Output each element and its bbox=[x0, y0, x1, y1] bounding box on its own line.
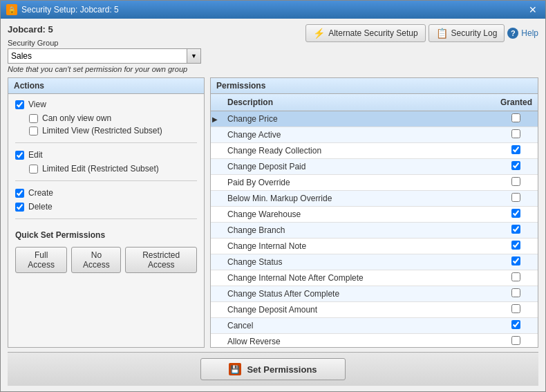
row-arrow-cell bbox=[211, 143, 222, 159]
security-group-dropdown-btn[interactable]: ▼ bbox=[187, 48, 201, 64]
row-arrow-cell bbox=[211, 318, 222, 334]
granted-checkbox[interactable] bbox=[511, 241, 520, 250]
table-row[interactable]: Change Status After Complete bbox=[211, 286, 538, 302]
granted-cell bbox=[495, 286, 538, 302]
description-cell: Change Deposit Amount bbox=[222, 302, 495, 318]
titlebar-left: 🔒 Security Setup: Jobcard: 5 bbox=[6, 4, 119, 15]
delete-checkbox-row: Delete bbox=[15, 202, 197, 212]
limited-view-checkbox[interactable] bbox=[29, 127, 38, 136]
quick-set-title: Quick Set Permissions bbox=[15, 230, 197, 240]
row-arrow-cell bbox=[211, 159, 222, 175]
granted-checkbox[interactable] bbox=[511, 225, 520, 234]
view-sub-checkboxes: Can only view own Limited View (Restrict… bbox=[29, 113, 197, 136]
granted-cell bbox=[495, 159, 538, 175]
bottom-bar: 💾 Set Permissions bbox=[8, 352, 538, 386]
permissions-table: Description Granted ▶Change PriceChange … bbox=[211, 94, 538, 347]
granted-checkbox[interactable] bbox=[511, 272, 520, 281]
view-checkbox-row: View bbox=[15, 100, 197, 109]
description-cell: Below Min. Markup Override bbox=[222, 191, 495, 207]
can-only-view-own-row: Can only view own bbox=[29, 113, 197, 123]
table-row[interactable]: ▶Change Price bbox=[211, 111, 538, 127]
help-button[interactable]: ? Help bbox=[507, 28, 538, 39]
row-arrow-cell bbox=[211, 334, 222, 348]
table-row[interactable]: Change Deposit Amount bbox=[211, 302, 538, 318]
row-arrow-cell bbox=[211, 302, 222, 318]
description-cell: Change Status bbox=[222, 254, 495, 270]
row-arrow-cell bbox=[211, 286, 222, 302]
table-row[interactable]: Change Internal Note bbox=[211, 239, 538, 254]
description-cell: Change Ready Collection bbox=[222, 143, 495, 159]
description-cell: Change Deposit Paid bbox=[222, 159, 495, 175]
toolbar-buttons: ⚡ Alternate Security Setup 📋 Security Lo… bbox=[305, 24, 538, 42]
granted-header: Granted bbox=[495, 94, 538, 111]
table-row[interactable]: Change Internal Note After Complete bbox=[211, 270, 538, 286]
granted-checkbox[interactable] bbox=[511, 145, 520, 154]
description-cell: Change Price bbox=[222, 111, 495, 127]
view-checkbox[interactable] bbox=[15, 100, 24, 109]
security-group-label: Security Group bbox=[8, 39, 201, 47]
limited-edit-checkbox[interactable] bbox=[29, 165, 38, 174]
granted-checkbox[interactable] bbox=[511, 288, 520, 297]
description-cell: Change Warehouse bbox=[222, 207, 495, 223]
divider-3 bbox=[15, 218, 197, 219]
table-row[interactable]: Below Min. Markup Override bbox=[211, 191, 538, 207]
table-row[interactable]: Change Active bbox=[211, 127, 538, 143]
alternate-security-label: Alternate Security Setup bbox=[328, 28, 417, 38]
help-label: Help bbox=[521, 28, 538, 38]
row-arrow-cell bbox=[211, 254, 222, 270]
delete-label: Delete bbox=[28, 202, 53, 212]
granted-checkbox[interactable] bbox=[511, 209, 520, 218]
table-row[interactable]: Change Branch bbox=[211, 223, 538, 239]
granted-checkbox[interactable] bbox=[511, 304, 520, 313]
no-access-button[interactable]: No Access bbox=[71, 247, 121, 273]
restricted-access-button[interactable]: Restricted Access bbox=[125, 247, 197, 273]
limited-edit-row: Limited Edit (Restricted Subset) bbox=[29, 164, 197, 174]
help-icon: ? bbox=[507, 28, 518, 39]
limited-view-label: Limited View (Restricted Subset) bbox=[42, 126, 162, 136]
granted-cell bbox=[495, 207, 538, 223]
table-row[interactable]: Allow Reverse bbox=[211, 334, 538, 348]
quick-set-buttons: Full Access No Access Restricted Access bbox=[15, 247, 197, 273]
main-window: 🔒 Security Setup: Jobcard: 5 ✕ Jobcard: … bbox=[0, 0, 546, 392]
table-row[interactable]: Paid By Override bbox=[211, 175, 538, 191]
table-row[interactable]: Change Ready Collection bbox=[211, 143, 538, 159]
table-row[interactable]: Cancel bbox=[211, 318, 538, 334]
granted-cell bbox=[495, 223, 538, 239]
granted-checkbox[interactable] bbox=[511, 177, 520, 186]
description-cell: Change Branch bbox=[222, 223, 495, 239]
help-section: ? Help bbox=[507, 24, 538, 42]
actions-panel: Actions View Can only view own bbox=[8, 77, 205, 348]
can-only-view-own-checkbox[interactable] bbox=[29, 114, 38, 123]
table-row[interactable]: Change Status bbox=[211, 254, 538, 270]
close-button[interactable]: ✕ bbox=[526, 4, 540, 15]
granted-checkbox[interactable] bbox=[511, 113, 520, 122]
table-row[interactable]: Change Warehouse bbox=[211, 207, 538, 223]
granted-checkbox[interactable] bbox=[511, 193, 520, 202]
alternate-security-button[interactable]: ⚡ Alternate Security Setup bbox=[305, 24, 425, 42]
security-log-button[interactable]: 📋 Security Log bbox=[429, 24, 505, 42]
granted-checkbox[interactable] bbox=[511, 129, 520, 138]
full-access-button[interactable]: Full Access bbox=[15, 247, 67, 273]
permissions-table-scroll[interactable]: Description Granted ▶Change PriceChange … bbox=[211, 94, 538, 347]
description-cell: Change Status After Complete bbox=[222, 286, 495, 302]
granted-checkbox[interactable] bbox=[511, 336, 520, 345]
granted-checkbox[interactable] bbox=[511, 256, 520, 265]
table-row[interactable]: Change Deposit Paid bbox=[211, 159, 538, 175]
granted-cell bbox=[495, 239, 538, 254]
description-cell: Paid By Override bbox=[222, 175, 495, 191]
granted-cell bbox=[495, 127, 538, 143]
set-permissions-button[interactable]: 💾 Set Permissions bbox=[200, 358, 345, 380]
granted-checkbox[interactable] bbox=[511, 320, 520, 329]
granted-cell bbox=[495, 143, 538, 159]
edit-checkbox[interactable] bbox=[15, 151, 24, 160]
row-arrow-cell bbox=[211, 207, 222, 223]
security-group-input[interactable] bbox=[8, 48, 187, 64]
description-header: Description bbox=[222, 94, 495, 111]
create-checkbox[interactable] bbox=[15, 189, 24, 198]
row-arrow-cell: ▶ bbox=[211, 111, 222, 127]
save-icon: 💾 bbox=[229, 363, 241, 375]
delete-checkbox[interactable] bbox=[15, 203, 24, 212]
granted-checkbox[interactable] bbox=[511, 161, 520, 170]
arrow-header bbox=[211, 94, 222, 111]
row-arrow-cell bbox=[211, 239, 222, 254]
